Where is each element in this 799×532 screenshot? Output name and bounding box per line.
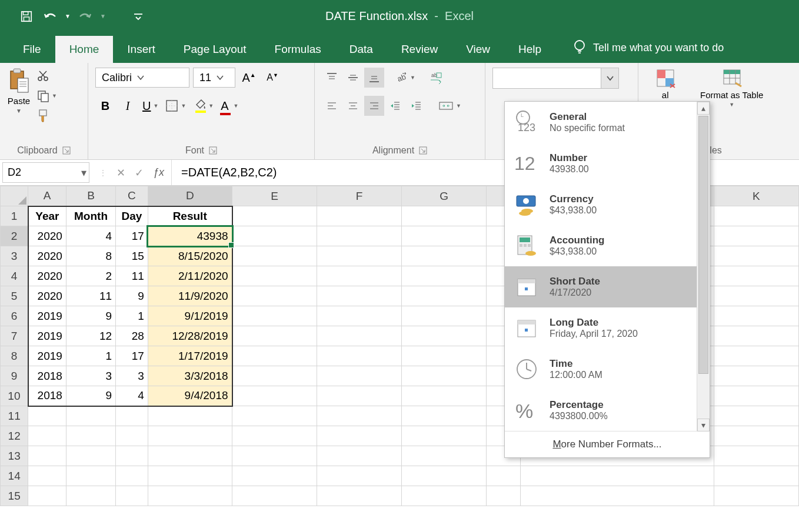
cell[interactable] <box>232 226 317 246</box>
cell[interactable] <box>714 366 798 386</box>
font-color-button[interactable]: A ▼ <box>218 96 241 116</box>
cell[interactable] <box>402 266 487 286</box>
row-header[interactable]: 2 <box>1 226 28 246</box>
cell[interactable] <box>487 486 521 506</box>
dialog-launcher-icon[interactable] <box>419 146 427 155</box>
cell[interactable] <box>402 446 487 466</box>
cell[interactable] <box>148 486 232 506</box>
cell[interactable] <box>317 206 402 226</box>
cell[interactable] <box>317 286 402 306</box>
cell[interactable] <box>28 466 66 486</box>
cell[interactable]: 17 <box>116 346 148 366</box>
cell[interactable]: 2019 <box>28 306 66 326</box>
scroll-up-button[interactable]: ▴ <box>697 102 710 115</box>
row-header[interactable]: 11 <box>1 406 28 426</box>
cell[interactable] <box>714 226 798 246</box>
cell[interactable] <box>66 446 115 466</box>
cell[interactable] <box>402 286 487 306</box>
number-format-option-short-date[interactable]: Short Date4/17/2020 <box>505 266 710 307</box>
cell[interactable] <box>232 286 317 306</box>
cell[interactable] <box>148 446 232 466</box>
number-format-option-number[interactable]: 12Number43938.00 <box>505 143 710 184</box>
increase-indent-button[interactable] <box>407 96 427 116</box>
dialog-launcher-icon[interactable] <box>62 146 71 155</box>
align-middle-button[interactable] <box>343 68 363 88</box>
cell[interactable] <box>66 486 115 506</box>
cell[interactable]: 2020 <box>28 286 66 306</box>
cell[interactable] <box>148 466 232 486</box>
cell[interactable] <box>402 306 487 326</box>
cell[interactable] <box>232 326 317 346</box>
cell[interactable]: Result <box>148 206 232 226</box>
cell[interactable]: 2019 <box>28 326 66 346</box>
cell[interactable]: 9 <box>66 306 115 326</box>
cell[interactable] <box>148 426 232 446</box>
row-header[interactable]: 1 <box>1 206 28 226</box>
cell[interactable]: Month <box>66 206 115 226</box>
cell[interactable] <box>28 406 66 426</box>
tab-home[interactable]: Home <box>55 36 114 63</box>
cell[interactable]: 43938 <box>148 226 232 246</box>
cell[interactable] <box>232 406 317 426</box>
cell[interactable] <box>232 486 317 506</box>
number-format-option-general[interactable]: L123GeneralNo specific format <box>505 102 710 143</box>
scroll-thumb[interactable] <box>698 116 708 374</box>
undo-button[interactable] <box>41 8 59 25</box>
cell[interactable] <box>487 466 521 486</box>
row-header[interactable]: 5 <box>1 286 28 306</box>
cell[interactable] <box>402 246 487 266</box>
cell[interactable] <box>714 246 798 266</box>
align-left-button[interactable] <box>322 96 342 116</box>
cell[interactable] <box>317 446 402 466</box>
cell[interactable] <box>317 246 402 266</box>
cell[interactable]: 4 <box>116 386 148 406</box>
row-header[interactable]: 4 <box>1 266 28 286</box>
number-format-option-long-date[interactable]: Long DateFriday, April 17, 2020 <box>505 307 710 349</box>
cell[interactable] <box>232 426 317 446</box>
cell[interactable] <box>232 266 317 286</box>
tab-view[interactable]: View <box>452 36 504 63</box>
cell[interactable] <box>317 346 402 366</box>
cell[interactable] <box>714 466 798 486</box>
align-bottom-button[interactable] <box>364 68 384 88</box>
cell[interactable]: 8/15/2020 <box>148 246 232 266</box>
customize-qat-button[interactable] <box>129 8 147 25</box>
tab-data[interactable]: Data <box>335 36 387 63</box>
cell[interactable]: 2019 <box>28 346 66 366</box>
cell[interactable] <box>714 386 798 406</box>
cell[interactable] <box>317 326 402 346</box>
merge-button[interactable]: ▼ <box>436 96 464 116</box>
cell[interactable] <box>232 386 317 406</box>
cut-button[interactable] <box>36 68 57 84</box>
cell[interactable]: 3 <box>116 366 148 386</box>
cell[interactable] <box>714 266 798 286</box>
number-format-option-percentage[interactable]: %Percentage4393800.00% <box>505 390 710 431</box>
cell[interactable] <box>116 426 148 446</box>
cell[interactable] <box>28 426 66 446</box>
cell[interactable]: 11 <box>66 286 115 306</box>
column-header[interactable]: C <box>116 186 148 206</box>
cell[interactable]: 2020 <box>28 266 66 286</box>
cell[interactable]: Year <box>28 206 66 226</box>
row-header[interactable]: 6 <box>1 306 28 326</box>
cell[interactable] <box>317 406 402 426</box>
cell[interactable] <box>317 386 402 406</box>
cell[interactable] <box>714 346 798 366</box>
cell[interactable] <box>232 206 317 226</box>
row-header[interactable]: 7 <box>1 326 28 346</box>
cell[interactable] <box>402 366 487 386</box>
cancel-formula-button[interactable]: ✕ <box>116 166 125 179</box>
row-header[interactable]: 3 <box>1 246 28 266</box>
cell[interactable] <box>148 406 232 426</box>
font-name-combo[interactable]: Calibri <box>95 68 189 88</box>
cell[interactable] <box>714 306 798 326</box>
cell[interactable] <box>66 426 115 446</box>
align-center-button[interactable] <box>343 96 363 116</box>
row-header[interactable]: 13 <box>1 446 28 466</box>
number-format-option-currency[interactable]: Currency$43,938.00 <box>505 184 710 225</box>
increase-font-button[interactable]: A▲ <box>239 68 259 88</box>
cell[interactable] <box>232 246 317 266</box>
cell[interactable] <box>28 486 66 506</box>
underline-button[interactable]: U▼ <box>140 96 161 116</box>
enter-formula-button[interactable]: ✓ <box>135 166 144 179</box>
